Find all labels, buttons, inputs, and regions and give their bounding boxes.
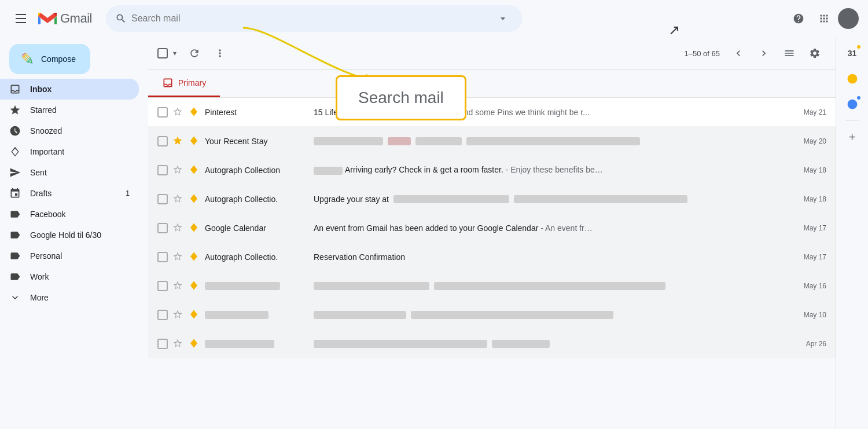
- table-row[interactable]: Apr 26: [148, 329, 836, 358]
- topbar: Gmail: [0, 0, 868, 37]
- table-row[interactable]: Autograph Collectio. Reservation Confirm…: [148, 243, 836, 272]
- tabs-row: Primary: [148, 70, 836, 98]
- important-button[interactable]: [189, 338, 200, 350]
- star-button[interactable]: [172, 193, 184, 205]
- important-button[interactable]: [189, 222, 200, 234]
- sidebar-item-snoozed[interactable]: Snoozed: [0, 120, 139, 141]
- more-options-button[interactable]: [208, 42, 231, 65]
- refresh-button[interactable]: [183, 42, 206, 65]
- email-content: [314, 137, 795, 145]
- table-row[interactable]: May 10: [148, 300, 836, 329]
- apps-button[interactable]: [812, 7, 836, 30]
- sidebar-item-facebook[interactable]: Facebook: [0, 204, 139, 225]
- sidebar-item-sent[interactable]: Sent: [0, 162, 139, 183]
- right-separator: [845, 120, 859, 121]
- star-button[interactable]: [172, 135, 184, 147]
- star-button[interactable]: [172, 280, 184, 292]
- email-checkbox[interactable]: [157, 136, 168, 146]
- next-page-button[interactable]: [752, 42, 775, 65]
- avatar[interactable]: [838, 8, 859, 29]
- important-button[interactable]: [189, 193, 200, 205]
- table-row[interactable]: Autograph Collection Arriving early? Che…: [148, 156, 836, 185]
- drafts-badge: 1: [126, 189, 130, 197]
- blurred-sender: [205, 311, 269, 319]
- table-row[interactable]: Pinterest 15 Life planner Pins to check …: [148, 98, 836, 127]
- email-preview: - An event fr…: [540, 223, 592, 233]
- email-checkbox[interactable]: [157, 252, 168, 262]
- toolbar-right: 1–50 of 65: [680, 42, 826, 65]
- calendar-badge: [856, 44, 862, 50]
- table-row[interactable]: May 16: [148, 272, 836, 300]
- search-dropdown-button[interactable]: [492, 8, 513, 29]
- help-button[interactable]: [787, 7, 810, 30]
- email-checkbox[interactable]: [157, 223, 168, 233]
- sidebar-item-drafts-label: Drafts: [30, 189, 116, 198]
- sidebar-item-work[interactable]: Work: [0, 266, 139, 287]
- star-button[interactable]: [172, 164, 184, 176]
- search-bar[interactable]: [106, 5, 523, 32]
- table-row[interactable]: Your Recent Stay May 20: [148, 127, 836, 156]
- important-button[interactable]: [189, 309, 200, 321]
- sidebar-item-important[interactable]: Important: [0, 141, 139, 162]
- email-checkbox[interactable]: [157, 281, 168, 291]
- email-subject: 15 Life planner Pins to check out: [314, 108, 431, 117]
- compose-label: Compose: [41, 54, 76, 64]
- keep-button[interactable]: [841, 93, 864, 116]
- gmail-logo: Gmail: [37, 8, 92, 29]
- table-row[interactable]: Google Calendar An event from Gmail has …: [148, 214, 836, 243]
- primary-tab-icon: [162, 77, 174, 89]
- table-row[interactable]: Autograph Collectio. Upgrade your stay a…: [148, 185, 836, 214]
- tab-primary[interactable]: Primary: [148, 70, 220, 97]
- sidebar-item-more-label: More: [30, 293, 130, 302]
- star-button[interactable]: [172, 251, 184, 263]
- email-preview: - Enjoy these benefits be…: [506, 165, 603, 174]
- important-button[interactable]: [189, 135, 200, 147]
- search-input[interactable]: [131, 13, 488, 24]
- email-checkbox[interactable]: [157, 339, 168, 349]
- chevron-left-icon: [733, 47, 744, 59]
- draft-icon: [9, 188, 21, 199]
- toolbar-left: ▾: [157, 42, 231, 65]
- email-sender: Autograph Collectio.: [205, 195, 309, 204]
- page-info: 1–50 of 65: [685, 49, 720, 58]
- compose-plus-icon: ✎: [21, 50, 34, 69]
- star-button[interactable]: [172, 309, 184, 321]
- sidebar-item-facebook-label: Facebook: [30, 210, 130, 219]
- gmail-logo-icon: [37, 8, 58, 29]
- email-checkbox[interactable]: [157, 310, 168, 320]
- tab-primary-label: Primary: [178, 78, 206, 87]
- select-dropdown-button[interactable]: ▾: [169, 47, 181, 59]
- sidebar-item-drafts[interactable]: Drafts 1: [0, 183, 139, 204]
- star-button[interactable]: [172, 222, 184, 234]
- star-button[interactable]: [172, 338, 184, 350]
- settings-button[interactable]: [803, 42, 826, 65]
- sidebar-item-personal[interactable]: Personal: [0, 245, 139, 266]
- select-all-container[interactable]: ▾: [157, 47, 181, 59]
- blurred-subject: [314, 282, 429, 290]
- email-checkbox[interactable]: [157, 165, 168, 175]
- email-checkbox[interactable]: [157, 107, 168, 118]
- sidebar-item-inbox[interactable]: Inbox: [0, 79, 139, 100]
- tasks-button[interactable]: [841, 67, 864, 90]
- important-button[interactable]: [189, 280, 200, 292]
- email-checkbox[interactable]: [157, 194, 168, 204]
- star-button[interactable]: [172, 107, 184, 118]
- sidebar-item-google-hold[interactable]: Google Hold til 6/30: [0, 225, 139, 245]
- view-options-button[interactable]: [778, 42, 801, 65]
- important-button[interactable]: [189, 107, 200, 118]
- sidebar-item-google-hold-label: Google Hold til 6/30: [30, 230, 130, 240]
- hamburger-button[interactable]: [9, 7, 32, 30]
- sidebar-item-starred[interactable]: Starred: [0, 100, 139, 120]
- sidebar-item-more[interactable]: More: [0, 287, 139, 308]
- email-sender: Pinterest: [205, 108, 309, 117]
- important-button[interactable]: [189, 251, 200, 263]
- label-personal-icon: [9, 250, 21, 262]
- prev-page-button[interactable]: [727, 42, 750, 65]
- calendar-button[interactable]: 31: [841, 42, 864, 65]
- compose-button[interactable]: ✎ Compose: [9, 44, 90, 74]
- important-button[interactable]: [189, 164, 200, 176]
- select-all-checkbox[interactable]: [157, 48, 168, 58]
- add-apps-button[interactable]: +: [841, 126, 864, 149]
- blurred-preview: [415, 137, 462, 145]
- email-date: May 17: [804, 224, 826, 232]
